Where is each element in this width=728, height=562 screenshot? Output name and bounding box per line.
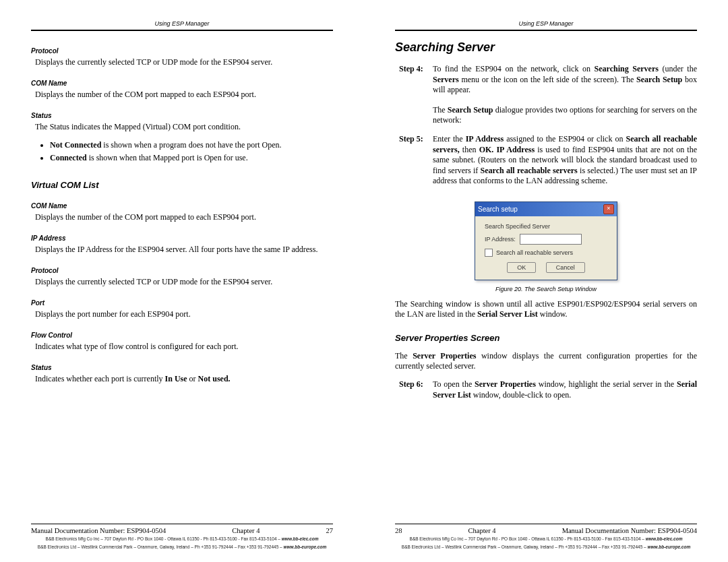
footer-fineprint-2: B&B Electronics Ltd – Westlink Commercia… (395, 544, 697, 550)
step-label: Step 4: (399, 64, 433, 96)
step-6: Step 6: To open the Server Properties wi… (399, 379, 697, 400)
footer-fineprint-2: B&B Electronics Ltd – Westlink Commercia… (31, 544, 333, 550)
vlist-status: Status Indicates whether each port is cu… (31, 357, 333, 389)
figure-search-setup: Search setup × Search Specified Server I… (395, 201, 697, 292)
section-searching-server: Searching Server (395, 40, 697, 55)
vlist-protocol: Protocol Displays the currently selected… (31, 260, 333, 292)
ok-button[interactable]: OK (507, 262, 536, 273)
vlist-port: Port Displays the port number for each E… (31, 292, 333, 325)
term-text: The Status indicates the Mapped (Virtual… (35, 122, 333, 132)
ipaddress-label: IP Address: (485, 236, 516, 243)
page-left: Using ESP Manager Protocol Displays the … (0, 0, 364, 562)
term-label: Port (31, 299, 333, 307)
footer-doc: Manual Documentation Number: ESP904-0504 (31, 527, 166, 534)
bullet-item: Not Connected is shown when a program do… (50, 140, 333, 151)
dialog-button-row: OK Cancel (485, 262, 607, 273)
dialog-field-specified: Search Specified Server (485, 223, 607, 230)
server-properties-intro: The Server Properties window displays th… (395, 351, 697, 371)
term-label: Protocol (31, 267, 333, 274)
search-setup-intro: The Search Setup dialogue provides two o… (433, 105, 697, 126)
search-setup-dialog: Search setup × Search Specified Server I… (475, 201, 617, 280)
term-text: Indicates whether each port is currently… (35, 374, 333, 384)
step-label: Step 6: (399, 379, 433, 400)
page-header-right: Using ESP Manager (395, 20, 697, 31)
term-label: COM Name (31, 80, 333, 87)
footer-fineprint-1: B&B Electronics Mfg Co Inc – 707 Dayton … (395, 536, 697, 542)
ipaddress-input[interactable] (520, 234, 582, 245)
footer-chapter: Chapter 4 (232, 527, 260, 534)
page-footer-right: 28 Chapter 4 Manual Documentation Number… (395, 524, 697, 550)
section-virtual-com-list: Virtual COM List (31, 180, 333, 190)
bullet-item: Connected is shown when that Mapped port… (50, 153, 333, 164)
step-body: To find the ESP904 on the network, click… (433, 64, 697, 96)
footer-chapter: Chapter 4 (468, 527, 496, 534)
term-label: Flow Control (31, 332, 333, 339)
footer-page: 27 (326, 527, 333, 534)
page-header-left: Using ESP Manager (31, 20, 333, 31)
status-bullets: Not Connected is shown when a program do… (50, 140, 333, 165)
dialog-field-ipaddress: IP Address: (485, 234, 607, 245)
dialog-title: Search setup (478, 206, 518, 213)
term-text: Indicates what type of flow control is c… (35, 342, 333, 352)
step-body: To open the Server Properties window, hi… (433, 379, 697, 400)
step-label: Step 5: (399, 134, 433, 187)
vlist-ipaddress: IP Address Displays the IP Address for t… (31, 228, 333, 260)
close-icon[interactable]: × (603, 204, 614, 214)
term-status: Status The Status indicates the Mapped (… (31, 105, 333, 137)
vlist-comname: COM Name Displays the number of the COM … (31, 195, 333, 228)
step-body: Enter the IP Address assigned to the ESP… (433, 134, 697, 187)
term-text: Displays the currently selected TCP or U… (35, 57, 333, 67)
dialog-checkbox-row[interactable]: Search all reachable servers (485, 249, 607, 257)
term-label: IP Address (31, 235, 333, 242)
term-text: Displays the IP Address for the ESP904 s… (35, 245, 333, 255)
checkbox-icon[interactable] (485, 249, 493, 257)
dialog-body: Search Specified Server IP Address: Sear… (475, 216, 617, 280)
term-protocol: Protocol Displays the currently selected… (31, 40, 333, 73)
two-page-spread: Using ESP Manager Protocol Displays the … (0, 0, 728, 562)
term-label: Protocol (31, 47, 333, 55)
term-label: COM Name (31, 202, 333, 210)
footer-page: 28 (395, 527, 402, 534)
footer-doc: Manual Documentation Number: ESP904-0504 (562, 527, 697, 534)
term-label: Status (31, 112, 333, 119)
footer-fineprint-1: B&B Electronics Mfg Co Inc – 707 Dayton … (31, 536, 333, 542)
dialog-titlebar: Search setup × (475, 202, 617, 216)
section-server-properties: Server Properties Screen (395, 333, 697, 343)
term-text: Displays the number of the COM port mapp… (35, 212, 333, 222)
term-label: Status (31, 364, 333, 371)
page-right: Using ESP Manager Searching Server Step … (364, 0, 728, 562)
vlist-flowcontrol: Flow Control Indicates what type of flow… (31, 325, 333, 357)
figure-caption: Figure 20. The Search Setup Window (395, 286, 697, 292)
term-text: Displays the number of the COM port mapp… (35, 90, 333, 100)
cancel-button[interactable]: Cancel (546, 262, 585, 273)
page-footer-left: Manual Documentation Number: ESP904-0504… (31, 524, 333, 550)
step-4: Step 4: To find the ESP904 on the networ… (399, 64, 697, 96)
term-text: Displays the port number for each ESP904… (35, 309, 333, 319)
term-comname: COM Name Displays the number of the COM … (31, 73, 333, 105)
searching-window-note: The Searching window is shown until all … (395, 299, 697, 319)
term-text: Displays the currently selected TCP or U… (35, 277, 333, 287)
step-5: Step 5: Enter the IP Address assigned to… (399, 134, 697, 187)
checkbox-label: Search all reachable servers (496, 249, 573, 256)
